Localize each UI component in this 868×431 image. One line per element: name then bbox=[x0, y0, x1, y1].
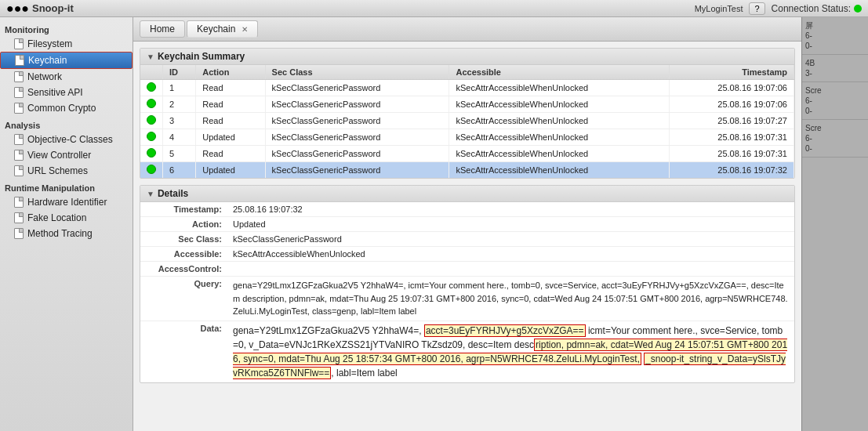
detail-timestamp-value: 25.08.16 19:07:32 bbox=[227, 202, 794, 217]
titlebar-right: MyLoginTest ? Connection Status: bbox=[695, 2, 862, 15]
col-id: ID bbox=[163, 65, 196, 80]
home-tab[interactable]: Home bbox=[140, 20, 185, 38]
detail-query-value: gena=Y29tLmx1ZGFzaGkua2V5 Y2hhaW4=, icmt… bbox=[227, 277, 794, 321]
details-section: ▼ Details Timestamp: 25.08.16 19:07:32 A… bbox=[140, 185, 795, 383]
detail-row-query: Query: gena=Y29tLmx1ZGFzaGkua2V5 Y2hhaW4… bbox=[140, 277, 794, 321]
sidebar-item-filesystem[interactable]: Filesystem bbox=[0, 36, 133, 52]
file-icon bbox=[14, 71, 24, 82]
keychain-summary-header[interactable]: ▼ Keychain Summary bbox=[140, 49, 794, 65]
status-circle bbox=[147, 148, 156, 158]
sidebar-item-url-schemes[interactable]: URL Schemes bbox=[0, 163, 133, 179]
right-panel-item-2: 4B3- bbox=[802, 55, 868, 82]
connection-status: Connection Status: bbox=[772, 3, 862, 14]
table-row[interactable]: 3 Read kSecClassGenericPassword kSecAttr… bbox=[140, 113, 794, 129]
table-row[interactable]: 4 Updated kSecClassGenericPassword kSecA… bbox=[140, 129, 794, 146]
file-icon bbox=[14, 165, 24, 176]
detail-row-accessible: Accessible: kSecAttrAccessibleWhenUnlock… bbox=[140, 247, 794, 262]
keychain-summary-title: Keychain Summary bbox=[158, 51, 245, 62]
details-header[interactable]: ▼ Details bbox=[140, 186, 794, 202]
file-icon bbox=[14, 87, 24, 98]
collapse-icon: ▼ bbox=[147, 190, 154, 198]
titlebar: ●●● Snoop-it MyLoginTest ? Connection St… bbox=[0, 0, 868, 17]
file-icon bbox=[14, 103, 24, 114]
status-circle bbox=[147, 132, 156, 141]
detail-row-data: Data: gena=Y29tLmx1ZGFzaGkua2V5 Y2hhaW4=… bbox=[140, 321, 794, 382]
table-row[interactable]: 5 Read kSecClassGenericPassword kSecAttr… bbox=[140, 146, 794, 162]
sidebar-item-view-controller[interactable]: View Controller bbox=[0, 147, 133, 163]
collapse-icon: ▼ bbox=[147, 53, 154, 61]
sidebar-item-keychain[interactable]: Keychain bbox=[0, 52, 133, 69]
status-circle bbox=[147, 99, 156, 108]
keychain-table: ID Action Sec Class Accessible Timestamp… bbox=[140, 65, 794, 178]
details-table: Timestamp: 25.08.16 19:07:32 Action: Upd… bbox=[140, 202, 794, 382]
sidebar-item-fake-location[interactable]: Fake Location bbox=[0, 210, 133, 226]
col-status bbox=[140, 65, 163, 80]
file-icon bbox=[15, 55, 24, 66]
keychain-tab[interactable]: Keychain ✕ bbox=[187, 20, 258, 38]
sidebar-item-sensitive-api[interactable]: Sensitive API bbox=[0, 85, 133, 100]
file-icon bbox=[14, 197, 24, 208]
right-panel-item-3: Scre6-0- bbox=[802, 82, 868, 120]
file-icon bbox=[14, 150, 24, 161]
table-row[interactable]: 2 Read kSecClassGenericPassword kSecAttr… bbox=[140, 96, 794, 113]
col-sec-class: Sec Class bbox=[265, 65, 449, 80]
tab-close-icon[interactable]: ✕ bbox=[242, 25, 248, 34]
keychain-summary-section: ▼ Keychain Summary ID Action Sec Class A… bbox=[140, 48, 795, 179]
detail-row-action: Action: Updated bbox=[140, 217, 794, 232]
sidebar-section-monitoring: Monitoring bbox=[0, 20, 133, 36]
right-panel-item-1: 屏6-0- bbox=[802, 17, 868, 55]
col-action: Action bbox=[196, 65, 265, 80]
status-circle bbox=[147, 115, 156, 125]
app-title: Snoop-it bbox=[32, 2, 74, 14]
sidebar: Monitoring Filesystem Keychain Network S… bbox=[0, 17, 133, 431]
details-title: Details bbox=[158, 188, 188, 199]
file-icon bbox=[14, 212, 24, 223]
table-row[interactable]: 6 Updated kSecClassGenericPassword kSecA… bbox=[140, 162, 794, 179]
data-highlight1: acct=3uEyFYRHJVy+g5XzcVxZGA== bbox=[424, 324, 586, 337]
sidebar-item-network[interactable]: Network bbox=[0, 69, 133, 85]
table-row[interactable]: 1 Read kSecClassGenericPassword kSecAttr… bbox=[140, 80, 794, 96]
status-circle bbox=[147, 82, 156, 92]
main-layout: Monitoring Filesystem Keychain Network S… bbox=[0, 17, 868, 431]
detail-accessible-value: kSecAttrAccessibleWhenUnlocked bbox=[227, 247, 794, 262]
detail-row-timestamp: Timestamp: 25.08.16 19:07:32 bbox=[140, 202, 794, 217]
sidebar-item-method-tracing[interactable]: Method Tracing bbox=[0, 226, 133, 241]
content-area: ▼ Keychain Summary ID Action Sec Class A… bbox=[133, 42, 801, 431]
detail-access-control-value bbox=[227, 262, 794, 277]
file-icon bbox=[14, 228, 24, 239]
col-timestamp: Timestamp bbox=[669, 65, 794, 80]
right-panel-item-4: Scre6-0- bbox=[802, 120, 868, 158]
col-accessible: Accessible bbox=[449, 65, 669, 80]
toolbar: Home Keychain ✕ bbox=[133, 17, 801, 42]
detail-action-value: Updated bbox=[227, 217, 794, 232]
detail-row-access-control: AccessControl: bbox=[140, 262, 794, 277]
file-icon bbox=[14, 38, 24, 49]
user-button[interactable]: ? bbox=[749, 2, 764, 15]
data-suffix: , labl=Item label bbox=[331, 368, 397, 378]
sidebar-section-runtime: Runtime Manipulation bbox=[0, 179, 133, 194]
right-panel: Home Keychain ✕ ▼ Keychain Summary ID bbox=[133, 17, 801, 431]
file-icon bbox=[14, 134, 24, 145]
sidebar-section-analysis: Analysis bbox=[0, 116, 133, 132]
data-prefix: gena=Y29tLmx1ZGFzaGkua2V5 Y2hhaW4=, bbox=[233, 325, 424, 336]
right-side-panels: 屏6-0- 4B3- Scre6-0- Scre6-0- bbox=[801, 17, 868, 431]
sidebar-item-objc-classes[interactable]: Objective-C Classes bbox=[0, 132, 133, 147]
user-label: MyLoginTest bbox=[695, 4, 743, 13]
sidebar-item-hardware-identifier[interactable]: Hardware Identifier bbox=[0, 194, 133, 210]
status-dot bbox=[854, 5, 862, 13]
detail-sec-class-value: kSecClassGenericPassword bbox=[227, 232, 794, 247]
status-circle bbox=[147, 165, 156, 174]
sidebar-item-common-crypto[interactable]: Common Crypto bbox=[0, 100, 133, 116]
detail-row-sec-class: Sec Class: kSecClassGenericPassword bbox=[140, 232, 794, 247]
detail-data-value: gena=Y29tLmx1ZGFzaGkua2V5 Y2hhaW4=, acct… bbox=[227, 321, 794, 382]
